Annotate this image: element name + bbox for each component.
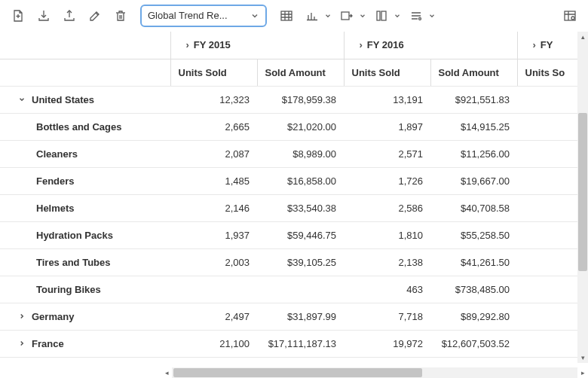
cell-value: 1,897 — [344, 113, 430, 140]
toolbar: Global Trend Re... — [0, 0, 588, 32]
cell-value: $16,858.00 — [257, 167, 344, 194]
column-header[interactable]: Sold Amount — [257, 59, 344, 86]
cell-value: $178,959.38 — [257, 86, 344, 113]
cell-value: 2,146 — [170, 194, 257, 221]
cell-value: $32,701.99 — [257, 357, 344, 363]
table-row: Canada1,569$32,701.998,118$85,029.80 — [0, 357, 588, 363]
cell-value: $19,667.00 — [430, 167, 517, 194]
year-header[interactable]: ›FY 2015 — [179, 39, 231, 50]
row-label[interactable]: Cleaners — [8, 148, 163, 160]
table-row: Hydration Packs1,937$59,446.751,810$55,2… — [0, 221, 588, 248]
table-row: France21,100$17,111,187.1319,972$12,607,… — [0, 330, 588, 357]
expand-icon[interactable] — [18, 340, 27, 347]
settings-icon[interactable] — [559, 5, 580, 26]
row-label[interactable]: Helmets — [8, 203, 163, 214]
trend-selector[interactable]: Global Trend Re... — [140, 5, 267, 27]
cell-value: $921,551.83 — [430, 86, 517, 113]
year-header[interactable]: ›FY — [525, 39, 553, 50]
table-icon[interactable] — [276, 5, 297, 26]
new-icon[interactable] — [8, 5, 29, 26]
year-header[interactable]: ›FY 2016 — [352, 39, 404, 50]
export-icon[interactable] — [59, 5, 80, 26]
vertical-scrollbar[interactable]: ▴ ▾ — [577, 32, 588, 363]
cell-value: 463 — [344, 276, 430, 303]
svg-rect-3 — [381, 11, 386, 20]
cell-value: 12,323 — [170, 86, 257, 113]
share-icon — [336, 5, 357, 26]
row-label[interactable]: Tires and Tubes — [8, 257, 163, 268]
svg-rect-1 — [341, 12, 349, 20]
scroll-thumb[interactable] — [578, 113, 587, 271]
row-label[interactable]: Hydration Packs — [8, 230, 163, 241]
svg-point-6 — [571, 17, 574, 20]
cell-value: 7,718 — [344, 303, 430, 330]
cell-value: 1,569 — [170, 357, 257, 363]
cell-value: $17,111,187.13 — [257, 330, 344, 357]
chevron-down-icon — [359, 12, 366, 20]
cell-value: $8,989.00 — [257, 140, 344, 167]
row-label[interactable]: United States — [8, 94, 163, 105]
chart-icon — [302, 5, 323, 26]
row-label[interactable]: Touring Bikes — [8, 284, 163, 295]
svg-rect-0 — [281, 11, 292, 20]
cell-value: $12,607,503.52 — [430, 330, 517, 357]
row-label[interactable]: Germany — [8, 311, 163, 322]
table-row: Tires and Tubes2,003$39,105.252,138$41,2… — [0, 248, 588, 276]
cell-value: 21,100 — [170, 330, 257, 357]
cell-value: 8,118 — [344, 357, 430, 363]
export-dropdown[interactable] — [336, 5, 366, 26]
cell-value: $738,485.00 — [430, 276, 517, 303]
cell-value: 13,191 — [344, 86, 430, 113]
cell-value: 2,087 — [170, 140, 257, 167]
cell-value: 1,810 — [344, 221, 430, 248]
row-label[interactable]: Bottles and Cages — [8, 121, 163, 133]
scroll-right-arrow[interactable]: ▸ — [577, 367, 588, 378]
chevron-down-icon — [428, 12, 436, 20]
chevron-down-icon — [324, 12, 332, 20]
table-row: Cleaners2,087$8,989.002,571$11,256.00 — [0, 140, 588, 167]
cell-value: $85,029.80 — [430, 357, 517, 363]
delete-icon[interactable] — [110, 5, 131, 26]
row-label[interactable]: France — [8, 338, 163, 349]
cell-value: 19,972 — [344, 330, 430, 357]
cell-value: $11,256.00 — [430, 140, 517, 167]
expand-icon[interactable] — [18, 312, 27, 320]
cell-value: $33,540.38 — [257, 194, 344, 221]
horizontal-scrollbar[interactable]: ◂ ▸ — [172, 367, 577, 378]
scroll-up-arrow[interactable]: ▴ — [577, 32, 588, 42]
layout-dropdown[interactable] — [371, 5, 401, 26]
scroll-down-arrow[interactable]: ▾ — [577, 352, 588, 363]
cell-value — [257, 276, 344, 303]
cell-value: $89,292.80 — [430, 303, 517, 330]
cell-value: 1,726 — [344, 167, 430, 194]
svg-point-4 — [419, 17, 421, 20]
cell-value: $14,915.25 — [430, 113, 517, 140]
cell-value: $41,261.50 — [430, 248, 517, 276]
layout-icon — [371, 5, 392, 26]
collapse-icon[interactable] — [18, 96, 27, 103]
cell-value: 2,138 — [344, 248, 430, 276]
row-label[interactable]: Fenders — [8, 175, 163, 187]
format-icon — [406, 5, 427, 26]
chart-dropdown[interactable] — [302, 5, 332, 26]
pivot-grid: ›FY 2015›FY 2016›FYUnits SoldSold Amount… — [0, 32, 588, 363]
cell-value: 1,485 — [170, 167, 257, 194]
scroll-left-arrow[interactable]: ◂ — [161, 367, 172, 378]
cell-value: $39,105.25 — [257, 248, 344, 276]
column-header[interactable]: Units Sold — [170, 59, 257, 86]
column-header[interactable]: Sold Amount — [430, 59, 517, 86]
table-row: Touring Bikes463$738,485.00 — [0, 276, 588, 303]
cell-value: 2,497 — [170, 303, 257, 330]
import-icon[interactable] — [33, 5, 54, 26]
column-header[interactable]: Units Sold — [344, 59, 430, 86]
cell-value: 2,571 — [344, 140, 430, 167]
scroll-thumb[interactable] — [173, 368, 422, 377]
chevron-down-icon — [250, 11, 259, 20]
cell-value: 2,586 — [344, 194, 430, 221]
cell-value: 2,003 — [170, 248, 257, 276]
table-row: Fenders1,485$16,858.001,726$19,667.00 — [0, 167, 588, 194]
format-dropdown[interactable] — [406, 5, 436, 26]
edit-icon[interactable] — [84, 5, 106, 26]
svg-rect-2 — [377, 11, 380, 20]
cell-value: $59,446.75 — [257, 221, 344, 248]
